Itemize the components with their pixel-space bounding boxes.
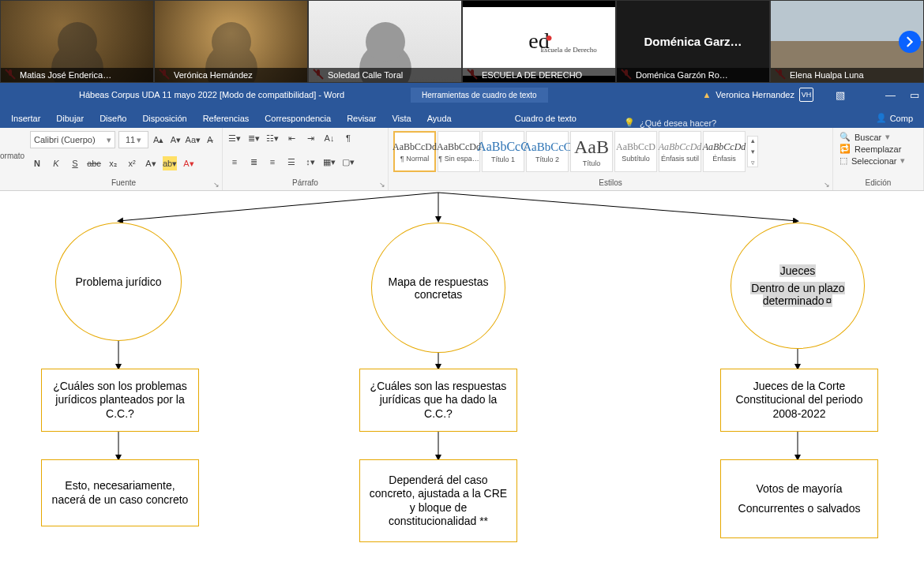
grow-font-button[interactable]: A▴: [152, 133, 166, 147]
numbering-button[interactable]: ≣▾: [246, 131, 261, 145]
shading-button[interactable]: ▦▾: [322, 155, 336, 169]
ribbon-group-editing: 🔍 Buscar▾ 🔁 Reemplazar ⬚ Seleccionar▾ Ed…: [833, 128, 924, 190]
subscript-button[interactable]: x₂: [106, 156, 120, 170]
video-tile-2[interactable]: Verónica Hernández: [154, 0, 308, 83]
diagram-box[interactable]: ¿Cuáles son los problemas jurídicos plan…: [41, 369, 199, 432]
restore-button[interactable]: ▭: [910, 89, 919, 101]
style-tile[interactable]: AaBbCcDd¶ Sin espa…: [438, 131, 480, 172]
video-strip: Matias José Enderica… Verónica Hernández…: [0, 0, 924, 83]
show-marks-button[interactable]: ¶: [341, 131, 355, 145]
change-case-button[interactable]: Aa▾: [186, 133, 200, 147]
group-label: Edición: [838, 178, 918, 189]
share-button[interactable]: 👤 Comp: [865, 108, 924, 128]
highlight-button[interactable]: ab▾: [163, 156, 177, 170]
style-preview: AaBbCcDd: [437, 141, 481, 153]
style-tile[interactable]: AaBbCcDdÉnfasis sutil: [659, 131, 701, 172]
group-label: Fuente: [30, 178, 217, 189]
ribbon-tab[interactable]: Diseño: [92, 109, 134, 128]
bullets-button[interactable]: ☰▾: [227, 131, 242, 145]
style-tile[interactable]: AaBbCcDSubtítulo: [614, 131, 657, 172]
align-right-button[interactable]: ≡: [265, 155, 280, 169]
ribbon-tab[interactable]: Revisar: [339, 109, 384, 128]
account-avatar[interactable]: VH: [799, 88, 813, 102]
video-tile-3[interactable]: Soledad Calle Toral: [308, 0, 462, 83]
select-button[interactable]: ⬚ Seleccionar▾: [838, 155, 918, 167]
diagram-box[interactable]: Dependerá del caso concreto, ajustada a …: [359, 459, 517, 542]
ribbon-tab[interactable]: Vista: [384, 109, 419, 128]
diagram-box[interactable]: Votos de mayoría Concurrentes o salvados: [720, 459, 878, 538]
next-page-button[interactable]: [899, 31, 921, 53]
decrease-indent-button[interactable]: ⇤: [284, 131, 299, 145]
tell-me-search[interactable]: 💡 ¿Qué desea hacer?: [624, 118, 716, 128]
font-name-combo[interactable]: Calibri (Cuerpo)▾: [30, 131, 115, 148]
ribbon-group-paragraph: ☰▾ ≣▾ ☷▾ ⇤ ⇥ A↓ ¶ ≡ ≣ ≡ ☰ ↕▾ ▦▾ ▢▾ Párra…: [223, 128, 389, 190]
diagram-text: Esto, necesariamente, nacerá de un caso …: [50, 479, 190, 507]
svg-line-6: [118, 193, 438, 221]
style-label: ¶ Sin espa…: [438, 155, 479, 163]
bold-button[interactable]: N: [30, 156, 44, 170]
cursor-icon: ⬚: [839, 155, 847, 166]
ribbon-tab[interactable]: Disposición: [134, 109, 194, 128]
minimize-button[interactable]: —: [885, 89, 896, 101]
line-spacing-button[interactable]: ↕▾: [303, 155, 317, 169]
superscript-button[interactable]: x²: [125, 156, 139, 170]
sort-button[interactable]: A↓: [322, 131, 336, 145]
ribbon-tab[interactable]: Referencias: [195, 109, 257, 128]
font-size-combo[interactable]: 11▾: [118, 131, 148, 148]
document-canvas[interactable]: Problema jurídico ¿Cuáles son los proble…: [0, 191, 924, 588]
style-tile[interactable]: AaBbCcCTítulo 1: [482, 131, 524, 172]
diagram-circle-selected[interactable]: Jueces Dentro de un plazo determinado¤: [731, 223, 865, 349]
style-tile[interactable]: AaBTítulo: [570, 131, 613, 172]
replace-icon: 🔁: [839, 144, 851, 154]
video-tile-1[interactable]: Matias José Enderica…: [0, 0, 154, 83]
multilevel-button[interactable]: ☷▾: [265, 131, 280, 145]
borders-button[interactable]: ▢▾: [341, 155, 355, 169]
diagram-box[interactable]: Jueces de la Corte Constitucional del pe…: [720, 369, 878, 432]
diagram-circle[interactable]: Mapa de respuestas concretas: [371, 223, 505, 353]
font-color-button[interactable]: A▾: [182, 156, 196, 170]
italic-button[interactable]: K: [49, 156, 63, 170]
diagram-box[interactable]: Esto, necesariamente, nacerá de un caso …: [41, 459, 199, 526]
find-button[interactable]: 🔍 Buscar▾: [838, 131, 918, 143]
share-button-icon[interactable]: ▧: [836, 89, 845, 101]
video-name-label: ESCUELA DE DERECHO: [463, 68, 615, 82]
align-left-button[interactable]: ≡: [227, 155, 242, 169]
underline-button[interactable]: S: [68, 156, 82, 170]
video-tile-4[interactable]: ed • Escuela de Derecho ESCUELA DE DEREC…: [462, 0, 616, 83]
text-effects-button[interactable]: A▾: [144, 156, 158, 170]
ribbon-tab[interactable]: Insertar: [3, 109, 48, 128]
ribbon-tab[interactable]: Ayuda: [419, 109, 460, 128]
ribbon-tab-row: Insertar Dibujar Diseño Disposición Refe…: [0, 107, 924, 128]
style-label: Título 1: [491, 155, 515, 163]
style-label: Título 2: [535, 155, 559, 163]
ribbon-tab[interactable]: Correspondencia: [257, 109, 339, 128]
search-icon: 🔍: [839, 132, 851, 142]
dialog-launcher[interactable]: ↘: [824, 181, 830, 189]
diagram-box[interactable]: ¿Cuáles son las respuestas jurídicas que…: [359, 369, 517, 432]
style-tile[interactable]: AaBbCcDdÉnfasis: [703, 131, 746, 172]
ribbon-group-font: Calibri (Cuerpo)▾ 11▾ A▴ A▾ Aa▾ A̶ N K S…: [25, 128, 223, 190]
diagram-circle[interactable]: Problema jurídico: [55, 223, 182, 341]
lightbulb-icon: 💡: [624, 118, 635, 128]
replace-button[interactable]: 🔁 Reemplazar: [838, 143, 918, 155]
shrink-font-button[interactable]: A▾: [169, 133, 183, 147]
document-title: Hábeas Corpus UDA 11 mayo 2022 [Modo de …: [79, 90, 344, 99]
increase-indent-button[interactable]: ⇥: [303, 131, 317, 145]
style-tile[interactable]: AaBbCcDd¶ Normal: [393, 131, 436, 172]
video-name-label: Verónica Hernández: [155, 68, 307, 82]
video-tile-5[interactable]: Doménica Garz… Doménica Garzón Ro…: [616, 0, 770, 83]
ribbon-context-tab[interactable]: Cuadro de texto: [507, 109, 584, 128]
strike-button[interactable]: abc: [87, 156, 101, 170]
justify-button[interactable]: ☰: [284, 155, 299, 169]
styles-more-button[interactable]: ▴▾▿: [747, 136, 758, 167]
diagram-text: Votos de mayoría: [757, 482, 843, 496]
account-area[interactable]: ▲ Veronica Hernandez VH: [702, 88, 813, 102]
dialog-launcher[interactable]: ↘: [213, 181, 220, 189]
ribbon-tab[interactable]: Dibujar: [48, 109, 92, 128]
clear-format-button[interactable]: A̶: [203, 133, 217, 147]
dialog-launcher[interactable]: ↘: [379, 181, 385, 189]
style-tile[interactable]: AaBbCcCTítulo 2: [526, 131, 569, 172]
align-center-button[interactable]: ≣: [246, 155, 261, 169]
video-name-label: Soledad Calle Toral: [309, 68, 461, 82]
style-preview: AaBbCcDd: [393, 141, 437, 153]
